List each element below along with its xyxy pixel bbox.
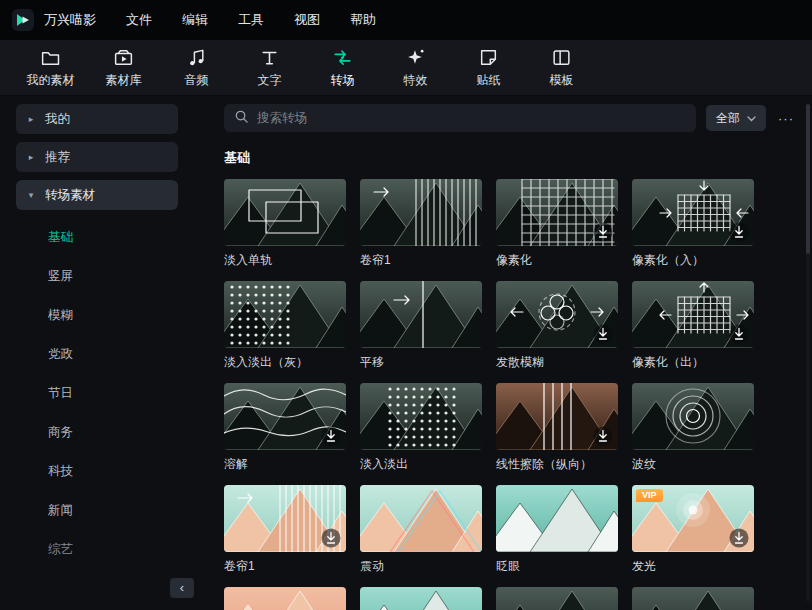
section-title: 基础 [224, 149, 798, 167]
transition-thumbnail[interactable] [224, 383, 346, 450]
transition-name: 发光 [632, 558, 754, 573]
transition-thumbnail[interactable] [224, 179, 346, 246]
transition-item[interactable]: 线性擦除（纵向） [496, 383, 618, 471]
transition-item[interactable]: 平移 [360, 281, 482, 369]
transition-item[interactable] [224, 587, 346, 610]
sidebar-category[interactable]: 节日 [16, 374, 208, 413]
transition-thumbnail[interactable] [496, 485, 618, 552]
transition-thumbnail[interactable] [632, 179, 754, 246]
menubar-items: 文件编辑工具视图帮助 [122, 8, 380, 32]
sidebar-group[interactable]: ▸推荐 [16, 142, 178, 172]
sidebar-category[interactable]: 新闻 [16, 491, 208, 530]
transition-item[interactable]: 溶解 [224, 383, 346, 471]
app-window: { "app": { "name": "万兴喵影" }, "menubar": … [0, 0, 812, 610]
transition-thumbnail[interactable] [360, 485, 482, 552]
transition-item[interactable] [632, 587, 754, 610]
tab-templates[interactable]: 模板 [525, 47, 598, 89]
sidebar-category[interactable]: 模糊 [16, 296, 208, 335]
download-icon [594, 223, 613, 242]
transition-name: 波纹 [632, 456, 754, 471]
tab-audio[interactable]: 音频 [160, 47, 233, 89]
transition-item[interactable]: 震动 [360, 485, 482, 573]
sidebar-group-label: 我的 [45, 111, 70, 128]
transition-name: 淡入淡出 [360, 456, 482, 471]
filter-label: 全部 [716, 110, 740, 127]
transition-thumbnail[interactable] [496, 281, 618, 348]
menu-item[interactable]: 工具 [234, 8, 268, 32]
transition-item[interactable]: 淡入淡出（灰） [224, 281, 346, 369]
sidebar-group[interactable]: ▾转场素材 [16, 180, 178, 210]
transition-thumbnail[interactable] [496, 383, 618, 450]
tabbar: 我的素材素材库音频文字转场特效贴纸模板 [0, 40, 812, 96]
chevron-down-icon [747, 111, 756, 125]
transition-thumbnail[interactable] [224, 587, 346, 610]
sidebar-collapse-button[interactable]: ‹ [170, 578, 194, 598]
tab-transitions[interactable]: 转场 [306, 47, 379, 89]
transition-item[interactable]: 波纹 [632, 383, 754, 471]
tab-effects[interactable]: 特效 [379, 47, 452, 89]
transition-thumbnail[interactable] [496, 587, 618, 610]
transition-thumbnail[interactable] [496, 179, 618, 246]
transition-item[interactable]: 卷帘1 [224, 485, 346, 573]
sidebar-category[interactable]: 科技 [16, 452, 208, 491]
transition-item[interactable]: 淡入淡出 [360, 383, 482, 471]
transition-thumbnail[interactable] [224, 281, 346, 348]
tab-label: 我的素材 [27, 72, 75, 89]
download-icon [730, 325, 749, 344]
transition-item[interactable]: 眨眼 [496, 485, 618, 573]
effects-icon [405, 47, 426, 68]
tab-media-library[interactable]: 素材库 [87, 47, 160, 89]
transition-thumbnail[interactable]: VIP [632, 485, 754, 552]
transition-thumbnail[interactable] [360, 179, 482, 246]
sidebar-category[interactable]: 综艺 [16, 530, 208, 569]
transition-item[interactable]: 卷帘1 [360, 179, 482, 267]
app-logo-icon[interactable] [12, 9, 34, 31]
menu-item[interactable]: 视图 [290, 8, 324, 32]
transition-item[interactable]: 像素化（入） [632, 179, 754, 267]
menu-item[interactable]: 编辑 [178, 8, 212, 32]
transition-item[interactable]: VIP发光 [632, 485, 754, 573]
transition-name: 像素化（出） [632, 354, 754, 369]
scrollbar[interactable] [806, 104, 810, 602]
more-button[interactable]: ··· [776, 111, 798, 126]
vip-badge: VIP [636, 489, 663, 502]
transition-thumbnail[interactable] [360, 587, 482, 610]
sidebar-category[interactable]: 基础 [16, 218, 208, 257]
transition-name: 发散模糊 [496, 354, 618, 369]
tab-text[interactable]: 文字 [233, 47, 306, 89]
sidebar-category[interactable]: 党政 [16, 335, 208, 374]
scrollbar-thumb[interactable] [806, 104, 810, 254]
transition-item[interactable]: 像素化 [496, 179, 618, 267]
tab-stickers[interactable]: 贴纸 [452, 47, 525, 89]
transition-thumbnail[interactable] [224, 485, 346, 552]
sidebar-category[interactable]: 商务 [16, 413, 208, 452]
tab-my-media[interactable]: 我的素材 [14, 47, 87, 89]
search-bar[interactable] [224, 104, 696, 132]
transition-thumbnail[interactable] [632, 587, 754, 610]
transition-name: 震动 [360, 558, 482, 573]
transition-thumbnail[interactable] [360, 281, 482, 348]
transition-item[interactable] [496, 587, 618, 610]
sidebar-groups: ▸我的▸推荐▾转场素材 [16, 104, 208, 210]
download-icon [594, 427, 613, 446]
transition-thumbnail[interactable] [360, 383, 482, 450]
menu-item[interactable]: 帮助 [346, 8, 380, 32]
filter-dropdown[interactable]: 全部 [706, 105, 766, 131]
transition-item[interactable] [360, 587, 482, 610]
download-icon [730, 223, 749, 242]
transition-name: 眨眼 [496, 558, 618, 573]
transition-item[interactable]: 像素化（出） [632, 281, 754, 369]
transition-item[interactable]: 发散模糊 [496, 281, 618, 369]
menu-item[interactable]: 文件 [122, 8, 156, 32]
search-input[interactable] [257, 111, 686, 125]
transition-name: 淡入单轨 [224, 252, 346, 267]
tab-label: 素材库 [106, 72, 142, 89]
text-icon [259, 47, 280, 68]
transition-item[interactable]: 淡入单轨 [224, 179, 346, 267]
sidebar-category[interactable]: 竖屏 [16, 257, 208, 296]
sidebar-group[interactable]: ▸我的 [16, 104, 178, 134]
tab-label: 模板 [550, 72, 574, 89]
folder-icon [40, 47, 61, 68]
transition-thumbnail[interactable] [632, 281, 754, 348]
transition-thumbnail[interactable] [632, 383, 754, 450]
